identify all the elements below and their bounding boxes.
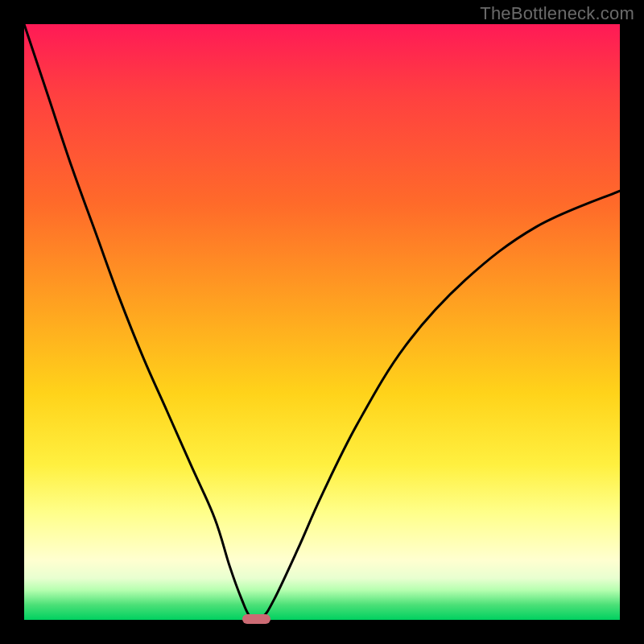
optimal-marker xyxy=(242,614,271,624)
bottleneck-curve xyxy=(24,24,620,619)
plot-area xyxy=(24,24,620,620)
watermark-text: TheBottleneck.com xyxy=(480,3,634,24)
curve-svg xyxy=(24,24,620,620)
chart-frame: TheBottleneck.com xyxy=(0,0,644,644)
